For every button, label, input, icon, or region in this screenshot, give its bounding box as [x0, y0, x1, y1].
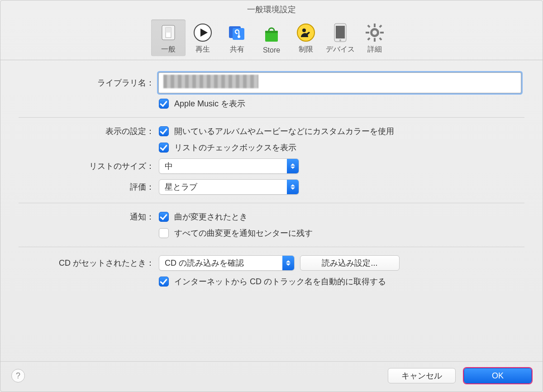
label-library-name: ライブラリ名：: [19, 77, 159, 88]
svg-point-10: [297, 24, 314, 41]
tab-playback-label: 再生: [195, 45, 210, 54]
stepper-icon: [287, 159, 299, 173]
import-settings-button[interactable]: 読み込み設定...: [300, 255, 400, 271]
preferences-toolbar: 一般 再生 共有 Store 制限: [0, 17, 543, 60]
apple-music-label: Apple Music を表示: [174, 98, 245, 109]
custom-color-label: 開いているアルバムやムービーなどにカスタムカラーを使用: [174, 126, 394, 137]
svg-point-7: [238, 35, 240, 38]
tab-store[interactable]: Store: [254, 21, 289, 56]
svg-point-14: [339, 39, 341, 41]
svg-rect-17: [374, 38, 376, 42]
list-size-value: 中: [159, 161, 287, 172]
cd-action-value: CD の読み込みを確認: [159, 258, 282, 268]
gear-icon: [364, 22, 385, 43]
svg-rect-16: [374, 24, 376, 27]
list-checkboxes-checkbox[interactable]: [159, 143, 169, 153]
svg-point-11: [302, 29, 306, 32]
divider: [19, 203, 524, 203]
ok-button[interactable]: OK: [464, 368, 532, 383]
store-icon: [261, 24, 282, 44]
tab-devices-label: デバイス: [326, 45, 355, 54]
rating-select[interactable]: 星とラブ: [159, 179, 299, 195]
tab-restrictions-label: 制限: [299, 45, 313, 54]
divider: [19, 117, 524, 118]
label-notifications: 通知：: [19, 211, 159, 222]
auto-track-names-checkbox[interactable]: [159, 277, 169, 287]
tab-sharing-label: 共有: [230, 45, 244, 54]
help-button[interactable]: ?: [11, 369, 25, 382]
tab-devices[interactable]: デバイス: [323, 19, 357, 56]
cancel-label: キャンセル: [401, 370, 442, 381]
stepper-icon: [282, 256, 294, 270]
keep-in-nc-label: すべての曲変更を通知センターに残す: [174, 228, 313, 239]
stepper-icon: [287, 180, 299, 194]
tab-advanced[interactable]: 詳細: [357, 19, 392, 56]
svg-rect-9: [265, 31, 278, 33]
keep-in-nc-checkbox[interactable]: [159, 228, 169, 238]
list-size-select[interactable]: 中: [159, 158, 299, 174]
song-changed-checkbox[interactable]: [159, 212, 169, 222]
list-checkboxes-label: リストのチェックボックスを表示: [174, 142, 296, 153]
divider: [19, 247, 524, 247]
tab-general-label: 一般: [161, 45, 176, 54]
svg-rect-22: [379, 24, 382, 28]
tab-advanced-label: 詳細: [367, 45, 382, 54]
rating-value: 星とラブ: [159, 182, 287, 192]
label-list-size: リストのサイズ：: [19, 161, 159, 172]
tab-sharing[interactable]: 共有: [220, 19, 254, 56]
auto-track-names-label: インターネットから CD のトラック名を自動的に取得する: [174, 276, 386, 287]
label-view-settings: 表示の設定：: [19, 126, 159, 137]
help-icon: ?: [16, 371, 20, 381]
ok-label: OK: [492, 371, 504, 381]
custom-color-checkbox[interactable]: [159, 126, 169, 136]
cd-action-select[interactable]: CD の読み込みを確認: [159, 255, 295, 271]
svg-rect-18: [366, 32, 369, 33]
preferences-content: ライブラリ名： Apple Music を表示 表示の設定： 開いているアルバム…: [0, 60, 543, 361]
preferences-window: 一般環境設定 一般 再生 共有 Store: [0, 0, 543, 392]
svg-rect-13: [336, 26, 345, 38]
svg-point-24: [372, 30, 377, 35]
song-changed-label: 曲が変更されたとき: [174, 211, 248, 222]
svg-rect-19: [380, 32, 384, 33]
svg-rect-20: [367, 24, 370, 28]
apple-music-checkbox[interactable]: [159, 99, 169, 109]
window-title: 一般環境設定: [0, 0, 543, 17]
svg-rect-2: [166, 28, 171, 33]
svg-rect-21: [379, 37, 382, 40]
sharing-icon: [227, 22, 248, 43]
tab-general[interactable]: 一般: [151, 19, 186, 56]
import-settings-label: 読み込み設定...: [322, 258, 377, 268]
tab-playback[interactable]: 再生: [186, 19, 220, 56]
footer: ? キャンセル OK: [0, 361, 543, 392]
svg-rect-23: [367, 37, 370, 40]
tab-restrictions[interactable]: 制限: [289, 19, 323, 56]
label-rating: 評価：: [19, 182, 159, 192]
tab-store-label: Store: [263, 46, 280, 54]
play-icon: [192, 22, 213, 43]
redacted-text: [163, 75, 258, 88]
switch-icon: [158, 22, 179, 43]
cancel-button[interactable]: キャンセル: [388, 368, 456, 383]
devices-icon: [330, 22, 351, 43]
library-name-input[interactable]: [159, 73, 521, 93]
restrictions-icon: [295, 22, 316, 43]
label-cd-insert: CD がセットされたとき：: [19, 258, 159, 268]
